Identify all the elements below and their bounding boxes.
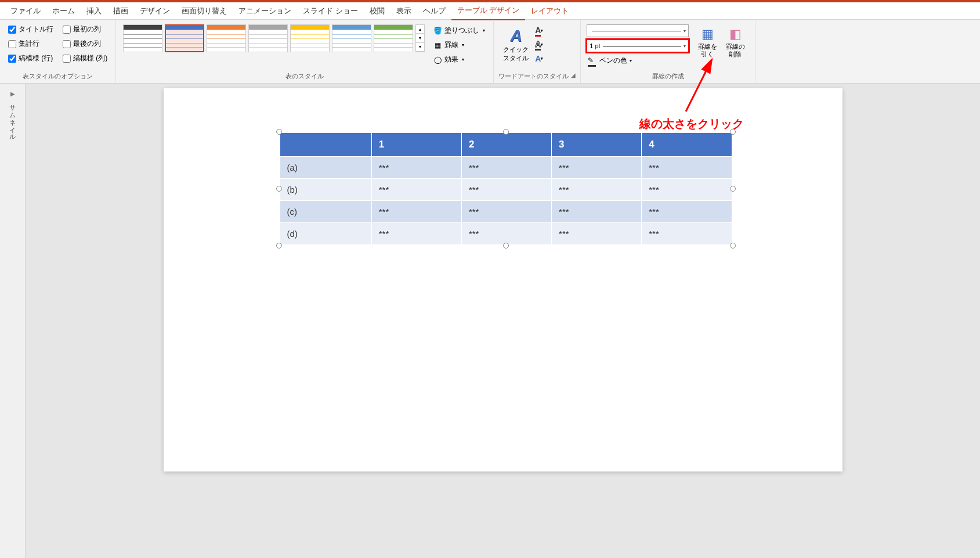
table-style-thumb[interactable]	[374, 24, 413, 52]
table-cell[interactable]: ***	[461, 157, 551, 179]
tab-home[interactable]: ホーム	[46, 2, 81, 20]
sel-handle[interactable]	[730, 186, 736, 192]
sel-handle[interactable]	[276, 186, 282, 192]
tab-insert[interactable]: 挿入	[81, 2, 107, 20]
gallery-scroll-btn[interactable]: ▴	[416, 25, 424, 34]
check-banded-rows[interactable]: 縞模様 (行)	[8, 53, 53, 63]
table-style-thumb[interactable]	[165, 24, 204, 52]
table-cell[interactable]: ***	[371, 179, 461, 201]
slide-canvas[interactable]: 1234(a)************(b)************(c)***…	[164, 88, 842, 471]
sel-handle[interactable]	[730, 243, 736, 249]
text-effects-button[interactable]: A▾	[532, 52, 546, 65]
check-header-row[interactable]: タイトル行	[8, 24, 53, 34]
table-cell[interactable]: ***	[371, 201, 461, 223]
text-fill-button[interactable]: A▾	[532, 24, 546, 37]
tab-layout[interactable]: レイアウト	[525, 2, 574, 20]
tab-review[interactable]: 校閲	[364, 2, 390, 20]
check-last-col[interactable]: 最後の列	[63, 39, 107, 49]
text-outline-button[interactable]: A▾	[532, 38, 546, 51]
tab-file[interactable]: ファイル	[5, 2, 46, 20]
table-row[interactable]: (a)************	[280, 157, 732, 179]
table-cell[interactable]: (d)	[280, 223, 371, 245]
table-cell[interactable]: ***	[371, 157, 461, 179]
table-style-gallery[interactable]: ▴▾▾	[121, 22, 427, 55]
sel-handle[interactable]	[503, 129, 509, 135]
check-banded-cols[interactable]: 縞模様 (列)	[63, 53, 107, 63]
table-cell[interactable]: ***	[461, 223, 551, 245]
gallery-scroll[interactable]: ▴▾▾	[415, 24, 425, 52]
eraser-button[interactable]: ◧罫線の 削除	[722, 24, 748, 60]
thumbnail-toggle[interactable]: ▶	[10, 91, 15, 97]
paint-bucket-icon: 🪣	[433, 26, 442, 35]
tab-view[interactable]: 表示	[390, 2, 417, 20]
quick-styles-button[interactable]: A クイック スタイル	[501, 24, 531, 65]
table-header-cell[interactable]	[280, 133, 371, 157]
table-cell[interactable]: (c)	[280, 201, 371, 223]
table-header-cell[interactable]: 1	[371, 133, 461, 157]
draw-table-button[interactable]: ▦罫線を 引く	[695, 24, 720, 60]
tab-slideshow[interactable]: スライド ショー	[297, 2, 364, 20]
eraser-icon: ◧	[729, 27, 742, 42]
table-cell[interactable]: ***	[552, 223, 642, 245]
tab-design[interactable]: デザイン	[134, 2, 176, 20]
slide-table-object[interactable]: 1234(a)************(b)************(c)***…	[280, 132, 732, 245]
wordart-launcher[interactable]: ◢	[571, 72, 576, 78]
table-header-cell[interactable]: 4	[642, 133, 732, 157]
table-cell[interactable]: ***	[552, 157, 642, 179]
check-last-col-label: 最後の列	[73, 39, 101, 49]
table-cell[interactable]: ***	[642, 157, 732, 179]
ribbon: タイトル行 集計行 縞模様 (行) 最初の列 最後の列 縞模様 (列) 表スタイ…	[0, 20, 980, 84]
shading-fill-button[interactable]: 🪣塗りつぶし ▾	[431, 24, 487, 37]
sel-handle[interactable]	[276, 243, 282, 249]
table-style-thumb[interactable]	[248, 24, 288, 52]
table-style-thumb[interactable]	[207, 24, 246, 52]
quick-styles-label: クイック スタイル	[503, 45, 529, 63]
table-row[interactable]: (b)************	[280, 179, 732, 201]
group-table-styles-label: 表のスタイル	[121, 71, 489, 82]
table-row[interactable]: (d)************	[280, 223, 732, 245]
check-header-row-label: タイトル行	[19, 24, 53, 34]
tab-draw[interactable]: 描画	[107, 2, 134, 20]
sel-handle[interactable]	[276, 129, 282, 135]
pen-style-combo[interactable]: ▾	[587, 24, 689, 37]
pen-weight-value: 1 pt	[590, 42, 600, 49]
table-cell[interactable]: ***	[642, 179, 732, 201]
tab-help[interactable]: ヘルプ	[417, 2, 451, 20]
table-header-cell[interactable]: 3	[552, 133, 642, 157]
table-cell[interactable]: (a)	[280, 157, 371, 179]
workspace: ▶ サムネイル 1234(a)************(b)**********…	[0, 84, 980, 558]
table-row[interactable]: (c)************	[280, 201, 732, 223]
check-first-col[interactable]: 最初の列	[63, 24, 107, 34]
sel-handle[interactable]	[730, 129, 736, 135]
table-style-thumb[interactable]	[290, 24, 330, 52]
tab-transitions[interactable]: 画面切り替え	[176, 2, 233, 20]
table-style-thumb[interactable]	[332, 24, 371, 52]
effects-button[interactable]: ◯効果 ▾	[431, 53, 487, 66]
table-cell[interactable]: (b)	[280, 179, 371, 201]
table-header-cell[interactable]: 2	[461, 133, 551, 157]
sel-handle[interactable]	[503, 243, 509, 249]
pen-color-button[interactable]: ✎ペンの色 ▾	[587, 55, 689, 67]
slide-area[interactable]: 1234(a)************(b)************(c)***…	[26, 84, 980, 558]
table-cell[interactable]: ***	[461, 179, 551, 201]
table-cell[interactable]: ***	[371, 223, 461, 245]
gallery-scroll-btn[interactable]: ▾	[416, 34, 424, 42]
check-total-row[interactable]: 集計行	[8, 39, 53, 49]
check-banded-cols-label: 縞模様 (列)	[73, 53, 107, 63]
pen-weight-combo[interactable]: 1 pt▾	[587, 39, 689, 52]
check-banded-rows-label: 縞模様 (行)	[19, 53, 53, 63]
slide-table[interactable]: 1234(a)************(b)************(c)***…	[280, 132, 732, 245]
ribbon-tabs: ファイル ホーム 挿入 描画 デザイン 画面切り替え アニメーション スライド …	[0, 2, 980, 20]
table-style-thumb[interactable]	[123, 24, 162, 52]
borders-label: 罫線	[444, 40, 458, 50]
thumbnail-pane[interactable]: ▶ サムネイル	[0, 84, 26, 558]
gallery-scroll-btn[interactable]: ▾	[416, 43, 424, 52]
table-cell[interactable]: ***	[642, 223, 732, 245]
table-cell[interactable]: ***	[552, 179, 642, 201]
tab-animations[interactable]: アニメーション	[233, 2, 297, 20]
tab-table-design[interactable]: テーブル デザイン	[451, 2, 526, 20]
table-cell[interactable]: ***	[461, 201, 551, 223]
table-cell[interactable]: ***	[642, 201, 732, 223]
table-cell[interactable]: ***	[552, 201, 642, 223]
borders-button[interactable]: ▦罫線 ▾	[431, 39, 487, 51]
